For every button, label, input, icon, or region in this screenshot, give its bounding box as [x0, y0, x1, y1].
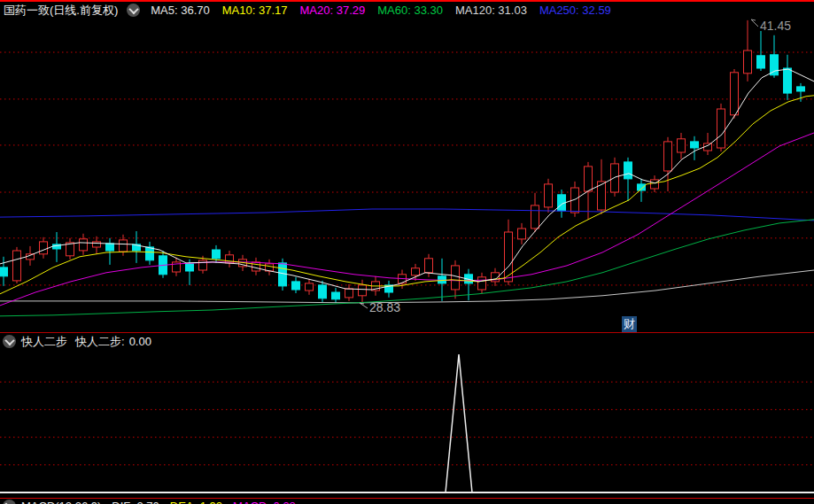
ma-item-ma60: MA60: 33.30	[377, 4, 443, 17]
chevron-down-icon	[4, 335, 14, 345]
candle-body	[478, 277, 486, 290]
candle-body	[611, 164, 619, 192]
price-annotation: 41.45	[760, 19, 791, 33]
candle-body	[359, 285, 367, 296]
candle-body	[40, 242, 48, 254]
candle-body	[106, 244, 114, 251]
macd-indicator-label: MACD(12,26,9)	[21, 500, 101, 504]
indicator-value-label: 快人二步:	[75, 335, 125, 348]
collapse-macd-icon[interactable]	[3, 500, 16, 504]
ma-line-ma250	[0, 209, 814, 221]
ma-item-ma10: MA10: 37.17	[222, 4, 288, 17]
stock-title: 国药一致(日线.前复权)	[4, 4, 118, 17]
candle-body	[784, 68, 792, 93]
candle-body	[545, 184, 553, 207]
ma-legend: MA5: 36.70MA10: 37.17MA20: 37.29MA60: 33…	[151, 4, 624, 17]
macd-value-macd: MACD: 0.38	[233, 500, 296, 504]
candle-body	[518, 229, 526, 239]
candle-body	[757, 56, 765, 68]
candle-body	[797, 87, 805, 91]
candle-body	[412, 268, 420, 275]
stock-chart-app: 41.4528.83 国药一致(日线.前复权) MA5: 36.70MA10: …	[0, 0, 814, 504]
collapse-main-icon[interactable]	[127, 4, 140, 17]
watermark-badge: 财	[622, 316, 637, 332]
candle-body	[624, 162, 632, 179]
bottom-separator	[0, 498, 814, 499]
macd-value-dea: DEA: 1.92	[170, 500, 222, 504]
candle-body	[744, 50, 752, 74]
candle-body	[678, 139, 686, 152]
candle-body	[213, 250, 221, 259]
ma-line-ma20	[0, 133, 814, 306]
candle-body	[585, 167, 593, 191]
candle-body	[306, 283, 314, 291]
candle-body	[452, 266, 460, 290]
candle-body	[717, 109, 725, 148]
ma-line-ma120	[0, 270, 814, 303]
ma-item-ma5: MA5: 36.70	[151, 4, 210, 17]
macd-values: DIF: 2.70DEA: 1.92MACD: 0.38	[112, 500, 306, 504]
candle-body	[186, 264, 194, 271]
candle-body	[252, 262, 260, 271]
candle-body	[292, 282, 300, 290]
candle-body	[345, 289, 353, 298]
chevron-down-icon	[128, 4, 138, 13]
candle-body	[531, 205, 539, 229]
indicator-name: 快人二步	[21, 335, 67, 348]
candle-body	[279, 263, 287, 286]
ma-item-ma120: MA120: 31.03	[455, 4, 527, 17]
macd-value-dif: DIF: 2.70	[112, 500, 159, 504]
indicator-value: 0.00	[129, 335, 151, 348]
candle-body	[319, 285, 327, 299]
candle-body	[80, 239, 88, 251]
ma-item-ma250: MA250: 32.59	[539, 4, 611, 17]
candle-body	[425, 259, 433, 273]
ma-line-ma10	[0, 96, 814, 294]
candle-body	[13, 251, 21, 281]
main-header: 国药一致(日线.前复权) MA5: 36.70MA10: 37.17MA20: …	[4, 4, 624, 17]
candle-body	[120, 240, 128, 252]
ma-line-ma60	[0, 220, 814, 316]
candle-body	[93, 242, 101, 247]
candle-body	[146, 247, 154, 260]
collapse-indicator-icon[interactable]	[3, 335, 16, 348]
bottom-bar: MACD(12,26,9) DIF: 2.70DEA: 1.92MACD: 0.…	[3, 500, 317, 504]
candle-body	[505, 232, 513, 282]
ma-item-ma20: MA20: 37.29	[300, 4, 366, 17]
candle-body	[0, 268, 8, 276]
candle-body	[664, 142, 672, 171]
candle-body	[199, 260, 207, 270]
candle-body	[731, 73, 739, 115]
candle-body	[651, 180, 659, 189]
indicator-spike	[0, 354, 814, 492]
candle-body	[332, 292, 340, 299]
candle-body	[691, 142, 699, 148]
ma-line-ma5	[0, 69, 814, 290]
main-chart-svg[interactable]: 41.4528.83	[0, 0, 814, 504]
candle-body	[771, 55, 779, 75]
panel-separator	[0, 332, 814, 333]
price-annotation: 28.83	[369, 300, 400, 314]
indicator-header: 快人二步 快人二步: 0.00	[3, 335, 151, 348]
